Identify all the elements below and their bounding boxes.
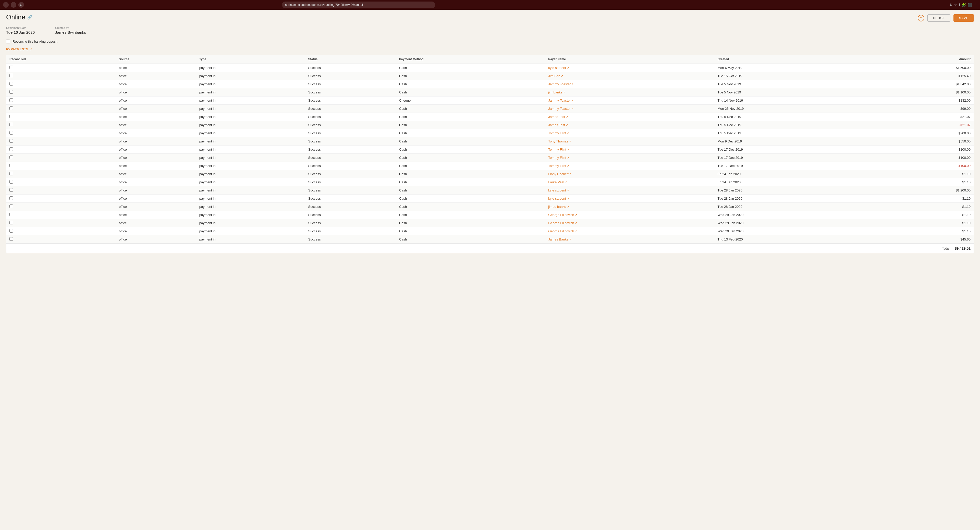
- payer-link[interactable]: James Banks ↗: [548, 237, 571, 241]
- row-source: office: [116, 137, 196, 145]
- payer-link[interactable]: jimbo banks ↗: [548, 205, 569, 208]
- row-type: payment in: [196, 178, 305, 186]
- row-reconcile-checkbox[interactable]: [10, 180, 13, 183]
- payer-link[interactable]: Tommy Flint ↗: [548, 131, 569, 135]
- row-status: Success: [305, 129, 396, 137]
- back-button[interactable]: ←: [3, 2, 9, 8]
- row-reconcile-checkbox[interactable]: [10, 115, 13, 118]
- row-reconcile-checkbox[interactable]: [10, 82, 13, 86]
- table-row: officepayment inSuccessCashJames Test ↗T…: [6, 113, 974, 121]
- payer-link[interactable]: James Test ↗: [548, 115, 568, 119]
- bookmark-icon[interactable]: ☆: [954, 3, 957, 7]
- row-reconcile-checkbox[interactable]: [10, 123, 13, 126]
- payer-link[interactable]: George Filipovich ↗: [548, 229, 577, 233]
- row-reconcile-checkbox[interactable]: [10, 164, 13, 167]
- table-row: officepayment inSuccessCashJames Banks ↗…: [6, 236, 974, 244]
- payer-link[interactable]: jim banks ↗: [548, 91, 565, 94]
- row-status: Success: [305, 154, 396, 162]
- row-type: payment in: [196, 137, 305, 145]
- col-header-reconciled: Reconciled: [6, 55, 116, 64]
- row-reconcile-checkbox[interactable]: [10, 147, 13, 151]
- row-reconcile-checkbox[interactable]: [10, 172, 13, 175]
- payer-link[interactable]: Jammy Toaster ↗: [548, 82, 573, 86]
- payer-link[interactable]: Tommy Flint ↗: [548, 164, 569, 168]
- payer-link[interactable]: kyle student ↗: [548, 197, 569, 201]
- close-button[interactable]: CLOSE: [928, 14, 950, 22]
- row-status: Success: [305, 137, 396, 145]
- payer-link[interactable]: kyle student ↗: [548, 66, 569, 70]
- help-icon[interactable]: ?: [918, 15, 924, 21]
- payer-link[interactable]: George Filipovich ↗: [548, 221, 577, 225]
- payer-link[interactable]: George Filipovich ↗: [548, 213, 577, 217]
- created-by-label: Created by: [55, 26, 86, 29]
- row-type: payment in: [196, 97, 305, 105]
- row-reconcile-checkbox[interactable]: [10, 131, 13, 135]
- col-header-created: Created: [714, 55, 872, 64]
- payer-link[interactable]: Jammy Toaster ↗: [548, 99, 573, 102]
- row-reconcile-checkbox[interactable]: [10, 204, 13, 208]
- row-payment-method: Cash: [396, 211, 546, 219]
- extensions-icon[interactable]: 🧩: [962, 3, 966, 7]
- row-reconcile-checkbox[interactable]: [10, 213, 13, 216]
- row-reconcile-checkbox[interactable]: [10, 65, 13, 69]
- reconcile-checkbox[interactable]: [6, 40, 10, 43]
- edit-link-icon[interactable]: 🔗: [27, 15, 32, 20]
- payer-external-icon: ↗: [569, 140, 571, 143]
- payer-external-icon: ↗: [567, 156, 569, 159]
- row-amount: $99.00: [872, 105, 974, 113]
- row-reconcile-checkbox[interactable]: [10, 188, 13, 192]
- row-type: payment in: [196, 211, 305, 219]
- payer-link[interactable]: Jammy Toaster ↗: [548, 107, 573, 111]
- row-reconcile-checkbox[interactable]: [10, 139, 13, 143]
- row-reconcile-checkbox[interactable]: [10, 98, 13, 102]
- payer-link[interactable]: James Test ↗: [548, 123, 568, 127]
- forward-button[interactable]: →: [11, 2, 16, 8]
- profile-icon[interactable]: ⬛: [967, 3, 972, 7]
- table-row: officepayment inSuccessCashTommy Flint ↗…: [6, 145, 974, 154]
- info-icon[interactable]: ℹ: [959, 3, 960, 7]
- row-status: Success: [305, 194, 396, 203]
- row-payment-method: Cash: [396, 145, 546, 154]
- row-reconcile-checkbox[interactable]: [10, 74, 13, 77]
- reload-button[interactable]: ↻: [18, 2, 24, 8]
- payments-table: Reconciled Source Type Status Payment Me…: [6, 55, 974, 244]
- row-payment-method: Cash: [396, 80, 546, 88]
- address-bar[interactable]: sttrinians.cloud.oncourse.cc/banking/704…: [282, 2, 435, 8]
- payer-link[interactable]: Libby Hachett ↗: [548, 172, 571, 176]
- payer-link[interactable]: Tommy Flint ↗: [548, 148, 569, 151]
- row-payment-method: Cash: [396, 88, 546, 97]
- save-button[interactable]: SAVE: [953, 14, 974, 22]
- row-reconcile-checkbox[interactable]: [10, 229, 13, 232]
- row-reconcile-checkbox[interactable]: [10, 90, 13, 94]
- row-reconcile-checkbox[interactable]: [10, 107, 13, 110]
- row-status: Success: [305, 105, 396, 113]
- payer-link[interactable]: Jim Bob ↗: [548, 74, 563, 78]
- row-reconcile-checkbox[interactable]: [10, 196, 13, 200]
- menu-icon[interactable]: ⋮: [974, 3, 977, 7]
- row-type: payment in: [196, 88, 305, 97]
- payments-table-container: Reconciled Source Type Status Payment Me…: [6, 55, 974, 253]
- settlement-date-label: Settlement Date: [6, 26, 35, 29]
- row-reconcile-checkbox[interactable]: [10, 156, 13, 159]
- payer-external-icon: ↗: [566, 115, 568, 118]
- row-payer-name: kyle student ↗: [545, 194, 714, 203]
- payer-link[interactable]: kyle student ↗: [548, 188, 569, 192]
- payer-link[interactable]: Tommy Flint ↗: [548, 156, 569, 159]
- payer-link[interactable]: Laura Veal ↗: [548, 180, 567, 184]
- row-created: Thu 5 Dec 2019: [714, 129, 872, 137]
- row-status: Success: [305, 97, 396, 105]
- row-amount: $45.60: [872, 236, 974, 244]
- row-payer-name: James Banks ↗: [545, 236, 714, 244]
- download-icon[interactable]: ⬇: [950, 3, 953, 7]
- row-reconcile-checkbox[interactable]: [10, 237, 13, 241]
- created-by-field: Created by James Swinbanks: [55, 26, 86, 35]
- payments-link[interactable]: 65 PAYMENTS ↗: [6, 48, 974, 51]
- row-reconcile-checkbox[interactable]: [10, 221, 13, 224]
- payer-external-icon: ↗: [569, 238, 571, 241]
- payer-link[interactable]: Tony Thomas ↗: [548, 139, 571, 143]
- row-type: payment in: [196, 194, 305, 203]
- row-payer-name: George Filipovich ↗: [545, 227, 714, 236]
- table-row: officepayment inSuccessCashGeorge Filipo…: [6, 211, 974, 219]
- payer-external-icon: ↗: [567, 66, 569, 69]
- row-payment-method: Cash: [396, 129, 546, 137]
